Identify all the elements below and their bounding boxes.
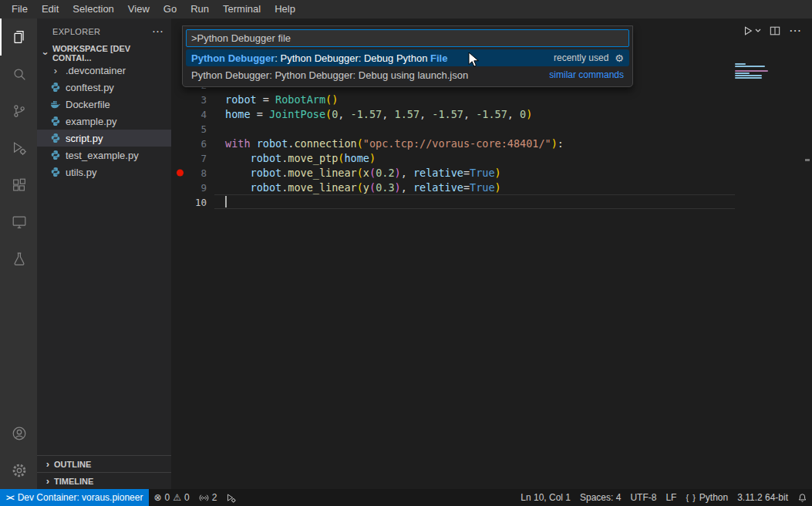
- explorer-title: EXPLORER: [52, 27, 100, 36]
- command-item-1[interactable]: Python Debugger: Python Debugger: Debug …: [186, 49, 629, 66]
- menu-item-terminal[interactable]: Terminal: [216, 0, 268, 19]
- similar-commands-link[interactable]: similar commands: [549, 69, 624, 80]
- gutter-line-8[interactable]: 8: [171, 167, 207, 179]
- python-interpreter-button[interactable]: 3.11.2 64-bit: [733, 489, 793, 506]
- encoding-button[interactable]: UTF-8: [625, 489, 661, 506]
- recently-used-label: recently used: [554, 52, 608, 63]
- command-palette: Python Debugger: Python Debugger: Debug …: [182, 25, 633, 87]
- chevron-right-icon: ›: [42, 475, 54, 487]
- code-line-6[interactable]: 6with robot.connection("opc.tcp://voraus…: [171, 136, 812, 150]
- section-outline[interactable]: ›OUTLINE: [37, 455, 171, 472]
- overview-ruler-mark[interactable]: [805, 159, 810, 161]
- source-control-icon[interactable]: [0, 93, 37, 130]
- gutter-line-10[interactable]: 10: [171, 196, 207, 208]
- gutter-line-5[interactable]: 5: [171, 123, 207, 135]
- file-label: conftest.py: [66, 82, 114, 93]
- editor-more-actions-icon[interactable]: ⋯: [789, 27, 801, 35]
- menu-item-view[interactable]: View: [121, 0, 157, 19]
- python-file-icon: [49, 150, 62, 160]
- run-python-file-button[interactable]: [743, 25, 761, 36]
- file-item-test_example.py[interactable]: test_example.py: [37, 147, 171, 164]
- file-item-script.py[interactable]: script.py: [37, 130, 171, 147]
- indentation-button[interactable]: Spaces: 4: [575, 489, 625, 506]
- python-file-icon: [49, 116, 62, 126]
- file-label: test_example.py: [66, 150, 139, 161]
- gutter-line-6[interactable]: 6: [171, 137, 207, 150]
- play-icon: [743, 25, 753, 36]
- file-item-example.py[interactable]: example.py: [37, 113, 171, 130]
- explorer-icon[interactable]: [0, 19, 37, 56]
- eol-button[interactable]: LF: [661, 489, 681, 506]
- menu-item-file[interactable]: File: [5, 0, 35, 19]
- settings-icon[interactable]: [0, 452, 37, 489]
- file-tree: ›.devcontainerconftest.pyDockerfileexamp…: [37, 62, 171, 180]
- minimap[interactable]: [735, 56, 780, 103]
- chevron-down-icon: [755, 29, 761, 33]
- file-label: utils.py: [66, 167, 96, 178]
- remote-explorer-icon[interactable]: [0, 204, 37, 241]
- run-and-debug-icon[interactable]: [0, 130, 37, 167]
- extensions-icon[interactable]: [0, 167, 37, 204]
- file-label: Dockerfile: [66, 99, 110, 110]
- language-mode-button[interactable]: { } Python: [681, 489, 733, 506]
- explorer-sidebar: EXPLORER ⋯ › WORKSPACE [DEV CONTAI... ›.…: [37, 19, 171, 489]
- editor-area: ⋯ 123robot = RobotArm()4home = JointPose…: [171, 19, 812, 489]
- python-file-icon: [49, 133, 62, 143]
- status-bar: >< Dev Container: voraus.pioneer ⊗ 0 ⚠ 0…: [0, 489, 812, 506]
- remote-label: Dev Container: voraus.pioneer: [18, 492, 143, 503]
- code-line-3[interactable]: 3robot = RobotArm(): [171, 92, 812, 106]
- menu-item-go[interactable]: Go: [157, 0, 184, 19]
- chevron-right-icon: ›: [42, 458, 54, 470]
- menu-item-run[interactable]: Run: [184, 0, 216, 19]
- search-icon[interactable]: [0, 56, 37, 93]
- code-line-8[interactable]: 8 robot.move_linear(x(0.2), relative=Tru…: [171, 165, 812, 180]
- workspace-folder-header[interactable]: › WORKSPACE [DEV CONTAI...: [37, 45, 171, 62]
- notifications-button[interactable]: [793, 489, 812, 506]
- more-actions-icon[interactable]: ⋯: [152, 25, 163, 39]
- command-item-2[interactable]: Python Debugger: Python Debugger: Debug …: [186, 66, 629, 83]
- gutter-line-7[interactable]: 7: [171, 152, 207, 164]
- file-label: example.py: [66, 116, 116, 127]
- cursor-position-button[interactable]: Ln 10, Col 1: [516, 489, 575, 506]
- file-item-.devcontainer[interactable]: ›.devcontainer: [37, 62, 171, 79]
- braces-icon: { }: [686, 493, 696, 502]
- file-item-utils.py[interactable]: utils.py: [37, 164, 171, 180]
- chevron-right-icon: ›: [49, 65, 62, 76]
- workspace-folder-label: WORKSPACE [DEV CONTAI...: [52, 44, 171, 62]
- file-label: .devcontainer: [66, 65, 126, 76]
- file-item-conftest.py[interactable]: conftest.py: [37, 79, 171, 96]
- python-file-icon: [49, 167, 62, 177]
- accounts-icon[interactable]: [0, 415, 37, 452]
- gutter-line-4[interactable]: 4: [171, 108, 207, 120]
- command-palette-input[interactable]: [186, 29, 629, 47]
- ports-button[interactable]: 2: [194, 489, 222, 506]
- debug-status-button[interactable]: [221, 489, 241, 506]
- menu-bar: FileEditSelectionViewGoRunTerminalHelp: [0, 0, 812, 19]
- breakpoint-icon[interactable]: [177, 169, 184, 176]
- testing-icon[interactable]: [0, 241, 37, 278]
- radio-tower-icon: [199, 493, 209, 503]
- menu-item-edit[interactable]: Edit: [35, 0, 66, 19]
- error-icon: ⊗: [153, 492, 161, 503]
- menu-item-help[interactable]: Help: [268, 0, 302, 19]
- docker-file-icon: [49, 99, 62, 110]
- remote-indicator[interactable]: >< Dev Container: voraus.pioneer: [0, 489, 149, 506]
- gutter-line-3[interactable]: 3: [171, 93, 207, 106]
- code-line-4[interactable]: 4home = JointPose(0, -1.57, 1.57, -1.57,…: [171, 106, 812, 121]
- code-line-10[interactable]: 10: [171, 194, 812, 209]
- configure-keybinding-gear-icon[interactable]: ⚙: [615, 52, 624, 64]
- section-label: TIMELINE: [54, 477, 93, 486]
- menu-item-selection[interactable]: Selection: [66, 0, 120, 19]
- section-timeline[interactable]: ›TIMELINE: [37, 472, 171, 489]
- split-editor-icon[interactable]: [770, 25, 780, 36]
- file-item-Dockerfile[interactable]: Dockerfile: [37, 96, 171, 113]
- error-count: 0: [165, 492, 170, 503]
- gutter-line-9[interactable]: 9: [171, 181, 207, 194]
- code-line-9[interactable]: 9 robot.move_linear(y(0.3), relative=Tru…: [171, 180, 812, 194]
- bell-icon: [797, 493, 807, 503]
- chevron-down-icon: ›: [40, 47, 52, 59]
- code-line-5[interactable]: 5: [171, 121, 812, 136]
- remote-icon: ><: [6, 494, 14, 502]
- problems-button[interactable]: ⊗ 0 ⚠ 0: [149, 489, 194, 506]
- code-line-7[interactable]: 7 robot.move_ptp(home): [171, 150, 812, 165]
